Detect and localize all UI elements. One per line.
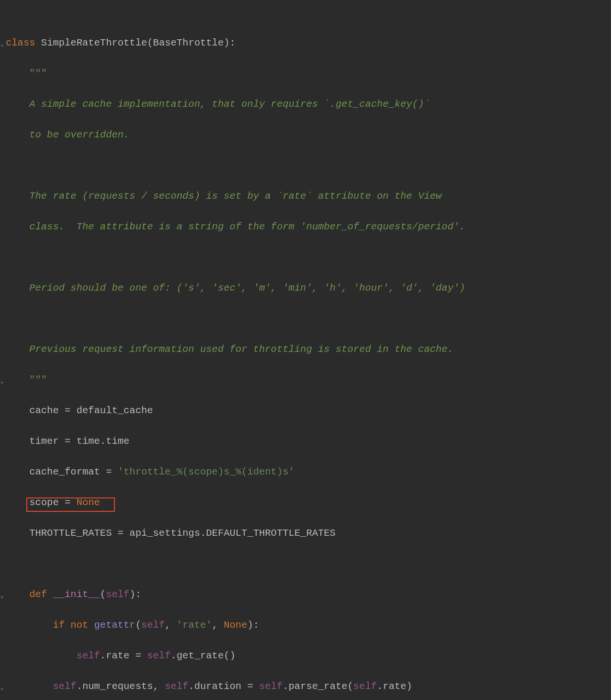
keyword-class: class (6, 37, 35, 48)
builtin-getattr: getattr (94, 620, 136, 631)
code-line[interactable]: ▸ def __init__(self): (0, 587, 611, 602)
docstring: A simple cache implementation, that only… (29, 99, 430, 110)
code-line[interactable]: cache = default_cache (0, 403, 611, 418)
code-line[interactable]: """ (0, 66, 611, 81)
class-name: SimpleRateThrottle (41, 37, 147, 48)
fold-marker-icon[interactable]: ▸ (0, 375, 4, 390)
code-line[interactable]: timer = time.time (0, 434, 611, 449)
docstring: class. The attribute is a string of the … (29, 221, 465, 232)
code-line-highlighted[interactable]: scope = None (0, 495, 611, 510)
docstring: Previous request information used for th… (29, 344, 453, 355)
code-line[interactable]: ▸ """ (0, 373, 611, 388)
assignment: THROTTLE_RATES = api_settings.DEFAULT_TH… (29, 528, 336, 539)
code-line[interactable]: Previous request information used for th… (0, 342, 611, 357)
code-line[interactable]: to be overridden. (0, 127, 611, 143)
code-editor[interactable]: ▸class SimpleRateThrottle(BaseThrottle):… (0, 5, 611, 700)
code-line[interactable]: cache_format = 'throttle_%(scope)s_%(ide… (0, 464, 611, 480)
code-line[interactable]: Period should be one of: ('s', 'sec', 'm… (0, 281, 611, 296)
self-param: self (106, 589, 129, 600)
code-line[interactable]: class. The attribute is a string of the … (0, 219, 611, 235)
code-line[interactable]: A simple cache implementation, that only… (0, 97, 611, 112)
keyword-if: if (53, 620, 65, 631)
code-line[interactable] (0, 158, 611, 173)
code-line[interactable] (0, 556, 611, 572)
docstring: Period should be one of: ('s', 'sec', 'm… (29, 282, 465, 294)
none-literal: None (77, 497, 100, 508)
keyword-not: not (70, 620, 88, 631)
string-literal: 'throttle_%(scope)s_%(ident)s' (118, 466, 294, 477)
code-line[interactable] (0, 250, 611, 265)
code-line[interactable]: THROTTLE_RATES = api_settings.DEFAULT_TH… (0, 526, 611, 541)
code-line[interactable]: self.rate = self.get_rate() (0, 648, 611, 664)
fold-marker-icon[interactable]: ▸ (0, 681, 4, 697)
assignment: cache = default_cache (29, 405, 153, 416)
code-line[interactable]: The rate (requests / seconds) is set by … (0, 189, 611, 204)
docstring: The rate (requests / seconds) is set by … (29, 191, 441, 202)
code-line[interactable]: ▸class SimpleRateThrottle(BaseThrottle): (0, 35, 611, 51)
code-line[interactable] (0, 311, 611, 327)
fold-marker-icon[interactable]: ▸ (0, 589, 4, 605)
assignment-lhs: scope = (29, 497, 76, 508)
assignment: timer = time.time (29, 436, 129, 447)
fold-marker-icon[interactable]: ▸ (0, 38, 4, 53)
keyword-def: def (29, 589, 47, 600)
docstring: to be overridden. (29, 129, 129, 140)
docstring-quote: """ (29, 374, 47, 385)
base-class: BaseThrottle (153, 37, 224, 48)
code-line[interactable]: ▸ self.num_requests, self.duration = sel… (0, 679, 611, 694)
none-literal: None (224, 620, 247, 631)
string-literal: 'rate' (177, 620, 212, 631)
assignment-lhs: cache_format = (29, 466, 118, 477)
code-line[interactable]: if not getattr(self, 'rate', None): (0, 618, 611, 633)
docstring-quote: """ (29, 68, 47, 79)
dunder-method: __init__ (53, 589, 100, 600)
